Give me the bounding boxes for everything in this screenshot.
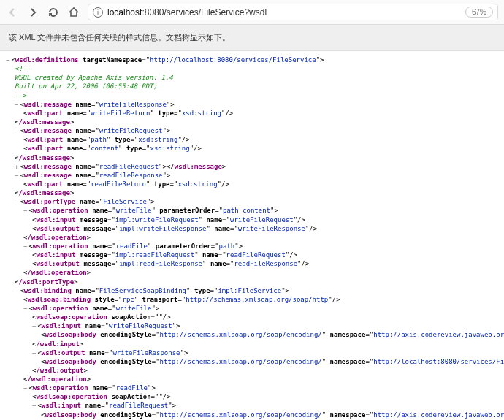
back-icon[interactable] [6, 6, 19, 19]
toggle-icon[interactable]: − [6, 56, 9, 64]
toggle-icon[interactable]: − [23, 207, 27, 214]
zoom-badge[interactable]: 67% [465, 7, 493, 18]
toggle-icon[interactable]: − [15, 198, 18, 205]
toggle-icon[interactable]: − [23, 384, 27, 392]
xml-info-bar: 该 XML 文件并未包含任何关联的样式信息。文档树显示如下。 [0, 25, 504, 51]
url-text: localhost:8080/services/FileService?wsdl [107, 7, 267, 18]
toggle-icon[interactable]: − [32, 349, 36, 356]
browser-toolbar: i localhost:8080/services/FileService?ws… [0, 0, 504, 25]
site-info-icon[interactable]: i [93, 7, 103, 18]
toggle-icon[interactable]: − [23, 305, 27, 312]
toggle-icon[interactable]: − [32, 322, 36, 329]
reload-icon[interactable] [47, 6, 60, 19]
home-icon[interactable] [67, 6, 80, 19]
toggle-icon[interactable]: − [15, 172, 18, 179]
address-bar[interactable]: i localhost:8080/services/FileService?ws… [88, 4, 498, 20]
toggle-icon[interactable]: − [23, 243, 27, 250]
toggle-icon[interactable]: − [15, 287, 18, 294]
xml-tree: −<wsdl:definitions targetNamespace="http… [0, 51, 504, 420]
toggle-icon[interactable]: + [15, 163, 18, 170]
forward-icon[interactable] [26, 6, 39, 19]
toggle-icon[interactable]: − [32, 402, 36, 409]
toggle-icon[interactable]: − [15, 127, 18, 134]
toggle-icon[interactable]: − [15, 101, 18, 108]
